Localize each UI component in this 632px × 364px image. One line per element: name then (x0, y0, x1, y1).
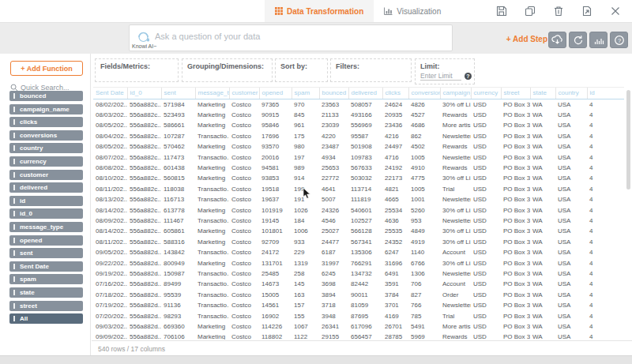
field-pill-opened[interactable]: opened (9, 235, 83, 246)
close-icon[interactable] (610, 6, 621, 17)
refresh-button[interactable] (569, 32, 587, 48)
column-header-country[interactable]: country (555, 88, 587, 99)
field-pill-sent-date[interactable]: Sent Date (9, 261, 83, 272)
table-cell: 93570 (259, 141, 292, 152)
field-pill-campaign-name[interactable]: campaign_name (9, 104, 83, 114)
help-icon[interactable]: ? (465, 73, 472, 80)
table-row[interactable]: 08/05/202...556a882c...586661MarketingCo… (93, 120, 624, 130)
table-row[interactable]: 08/02/202...556a882c...571984MarketingCo… (93, 99, 624, 110)
column-header-id[interactable]: id (587, 88, 624, 99)
table-cell: 25534 (382, 205, 408, 215)
add-function-button[interactable]: + Add Function (10, 61, 83, 76)
table-row[interactable]: 09/09/202...556a882d...706106MarketingCo… (93, 332, 624, 340)
table-cell: 5969 (408, 332, 440, 340)
field-pill-message-type[interactable]: message_type (9, 222, 83, 232)
column-header-message-t-[interactable]: message_t... (195, 88, 229, 99)
tab-visualization[interactable]: Visualization (374, 0, 451, 22)
field-pill-conversions[interactable]: conversions (9, 130, 83, 141)
table-cell: Costco (229, 257, 259, 268)
table-row[interactable]: 08/14/202...556a882c...613778MarketingCo… (93, 205, 624, 215)
table-cell: Transactio... (195, 279, 229, 289)
field-pill-id-0[interactable]: id_0 (9, 208, 83, 219)
copy-icon[interactable] (525, 6, 536, 17)
ai-engine-label[interactable]: Knowi AI~ (132, 43, 156, 49)
table-row[interactable]: 09/05/202...556a882d...143842Transactio.… (93, 247, 624, 257)
table-row[interactable]: 08/13/202...556a882c...116713Transactio.… (93, 194, 624, 205)
column-header-campaign-[interactable]: campaign_... (440, 88, 471, 99)
table-cell: USD (471, 110, 501, 120)
table-cell: PO Box 3... (501, 268, 530, 279)
field-pill-delivered[interactable]: delivered (9, 182, 83, 193)
trash-icon[interactable] (553, 6, 564, 17)
table-cell: USD (471, 300, 501, 310)
table-cell: 4 (587, 321, 624, 332)
export-report-icon[interactable] (581, 6, 592, 17)
table-cell: 4 (587, 279, 624, 289)
ask-question-input[interactable] (155, 29, 439, 43)
field-pill-spam[interactable]: spam (9, 274, 83, 284)
table-cell: 30% off Li... (440, 226, 471, 236)
cloud-download-button[interactable] (548, 32, 566, 48)
table-row[interactable]: 08/05/202...556a882c...570462MarketingCo… (93, 141, 624, 152)
column-header-spam[interactable]: spam (292, 88, 319, 99)
column-header-customer[interactable]: customer (229, 88, 259, 99)
table-row[interactable]: 07/20/202...556a882d...98293Transactio..… (93, 310, 624, 321)
table-row[interactable]: 07/16/202...556a882d...89499Transactio..… (93, 279, 624, 289)
table-row[interactable]: 08/08/202...556a882c...601438MarketingCo… (93, 163, 624, 173)
column-header-clicks[interactable]: clicks (382, 88, 408, 99)
table-row[interactable]: 09/03/202...556a882d...669360MarketingCo… (93, 321, 624, 332)
table-cell: 556a882c... (127, 205, 161, 215)
column-header-opened[interactable]: opened (259, 88, 292, 99)
tab-data-transformation[interactable]: Data Transformation (265, 0, 374, 22)
field-pill-clicks[interactable]: clicks (9, 117, 83, 127)
table-row[interactable]: 08/07/202...556a882c...117473Transactio.… (93, 152, 624, 162)
table-cell: 118038 (161, 184, 195, 194)
grouping-dimensions-dropzone[interactable]: Grouping/Dimensions: (182, 58, 273, 82)
table-cell: WA (530, 310, 555, 321)
column-header-sent[interactable]: sent (161, 88, 195, 99)
sort-by-dropzone[interactable]: Sort by: (275, 58, 328, 82)
field-pill-id[interactable]: id (9, 196, 83, 206)
column-header-id-0[interactable]: id_0 (127, 88, 161, 99)
add-step-button[interactable]: + Add Step (506, 35, 547, 43)
chart-preview-button[interactable] (589, 32, 608, 48)
table-cell: 556a882c... (127, 226, 161, 236)
column-header-delivered[interactable]: delivered (348, 88, 382, 99)
drag-handle-icon (13, 290, 15, 295)
table-row[interactable]: 08/10/202...556a882c...560815MarketingCo… (93, 173, 624, 183)
limit-input[interactable] (420, 72, 461, 81)
field-pill-street[interactable]: street (9, 301, 83, 311)
table-row[interactable]: 09/19/202...556a882d...150987Transactio.… (93, 268, 624, 279)
table-row[interactable]: 08/03/202...556a882c...523493MarketingCo… (93, 110, 624, 120)
table-cell: 556a882c... (127, 120, 161, 130)
table-row[interactable]: 08/11/202...556a882c...588316MarketingCo… (93, 237, 624, 247)
column-header-street[interactable]: street (501, 88, 530, 99)
field-pill-sent[interactable]: sent (9, 248, 83, 258)
table-row[interactable]: 09/22/202...556a882d...800949MarketingCo… (93, 257, 624, 268)
table-row[interactable]: 08/14/202...556a882c...605861MarketingCo… (93, 226, 624, 236)
column-header-bounced[interactable]: bounced (319, 88, 348, 99)
table-row[interactable]: 07/19/202...556a882d...91136Transactio..… (93, 300, 624, 310)
field-pill-state[interactable]: state (9, 287, 83, 298)
field-pill-bounced[interactable]: bounced (9, 91, 83, 101)
column-header-sent-date[interactable]: Sent Date (93, 88, 127, 99)
help-button[interactable]: ? (610, 32, 628, 48)
table-cell: WA (530, 194, 555, 205)
table-row[interactable]: 08/11/202...556a882c...118038Transactio.… (93, 184, 624, 194)
column-header-state[interactable]: state (530, 88, 555, 99)
table-row[interactable]: 08/04/202...556a882c...107287Transactio.… (93, 131, 624, 141)
field-pill-currency[interactable]: currency (9, 156, 83, 167)
column-header-currency[interactable]: currency (471, 88, 501, 99)
table-row[interactable]: 07/18/202...556a882d...95539Transactio..… (93, 290, 624, 300)
table-row[interactable]: 08/09/202...556a882c...111467Transactio.… (93, 216, 624, 226)
fields-metrics-dropzone[interactable]: Fields/Metrics: (95, 58, 179, 82)
save-icon[interactable] (496, 6, 507, 17)
table-cell: Transactio... (195, 194, 229, 205)
column-header-conversions[interactable]: conversions (408, 88, 440, 99)
scrollbar-thumb[interactable] (626, 90, 630, 190)
field-pill-customer[interactable]: customer (9, 170, 83, 180)
table-cell: WA (530, 257, 555, 268)
field-pill-country[interactable]: country (9, 143, 83, 153)
filters-dropzone[interactable]: Filters: (330, 58, 412, 82)
field-pill-all[interactable]: All (9, 313, 83, 324)
